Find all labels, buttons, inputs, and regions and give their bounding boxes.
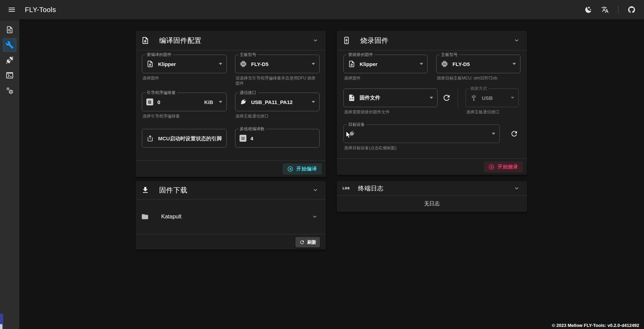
compile-card: 编译固件配置 要编译的固件 Klipper 选择固件 主板型号 FLY xyxy=(136,31,326,177)
moon-icon xyxy=(585,6,592,13)
compile-board-label: 主板型号 xyxy=(238,52,258,58)
wrench-icon xyxy=(6,41,14,49)
download-icon xyxy=(141,186,149,194)
sidebar-item-terminal[interactable] xyxy=(1,68,18,83)
firmware-file-refresh-button[interactable] xyxy=(440,92,453,104)
scrollbar-thumb[interactable] xyxy=(0,324,2,329)
compile-board-hint: 请选择无引导程序偏移量并且使用DFU 烧录固件 xyxy=(236,76,319,86)
file-cog-icon xyxy=(141,36,149,45)
menu-button[interactable] xyxy=(5,3,19,17)
numeric-icon: 12 xyxy=(240,135,246,142)
flash-board-value: FLY-D5 xyxy=(452,61,470,67)
firmware-file-icon xyxy=(146,60,154,68)
download-collapse-button[interactable] xyxy=(311,185,320,195)
firmware-file-icon xyxy=(348,60,355,68)
firmware-file-hint: 选择需要烧录的固件文件 xyxy=(344,110,437,115)
board-flash-icon xyxy=(342,36,351,45)
dropdown-caret-icon xyxy=(492,133,495,135)
comm-interface-hint: 选择主板通信接口 xyxy=(236,114,319,119)
footer-version-text: © 2023 Mellow FLY-Tools: v0.2.0-d412492 xyxy=(552,323,639,328)
download-refresh-button[interactable]: 刷新 xyxy=(295,237,320,247)
download-card-title: 固件下载 xyxy=(159,186,187,195)
flash-firmware-select[interactable]: 要烧录的固件 Klipper xyxy=(343,55,428,73)
compile-collapse-button[interactable] xyxy=(311,36,320,45)
bootloader-offset-hint: 选择引导程序偏移量 xyxy=(143,114,226,119)
download-item-label: Katapult xyxy=(161,214,182,220)
mcu-pin-field[interactable] xyxy=(142,129,227,148)
download-card: 固件下载 Katapult 刷新 xyxy=(136,181,326,250)
app-title: FLY-Tools xyxy=(25,6,56,14)
compile-firmware-hint: 选择固件 xyxy=(143,76,226,81)
flash-firmware-value: Klipper xyxy=(360,61,378,67)
flash-collapse-button[interactable] xyxy=(512,36,521,45)
file-code-icon xyxy=(348,94,355,102)
compile-firmware-select[interactable]: 要编译的固件 Klipper xyxy=(142,55,227,73)
dropdown-caret-icon xyxy=(513,63,516,65)
language-button[interactable] xyxy=(598,3,612,17)
flash-method-label: 烧录方式 xyxy=(469,86,488,92)
connection-icon xyxy=(6,56,14,64)
bootloader-offset-value: 0 xyxy=(157,99,160,105)
target-device-select[interactable]: 目标设备 xyxy=(343,124,500,143)
start-flash-button[interactable]: 开始烧录 xyxy=(484,161,523,172)
chevron-down-icon xyxy=(513,185,520,192)
folder-icon xyxy=(141,213,149,220)
plug-icon xyxy=(348,130,355,138)
start-compile-button[interactable]: 开始编译 xyxy=(283,163,322,175)
dropdown-caret-icon xyxy=(420,63,423,65)
log-collapse-button[interactable] xyxy=(512,184,521,193)
start-compile-label: 开始编译 xyxy=(296,166,317,172)
plug-icon xyxy=(240,98,247,106)
sidebar-item-settings[interactable] xyxy=(1,83,18,98)
app-bar: FLY-Tools xyxy=(0,0,644,19)
dark-mode-button[interactable] xyxy=(582,3,595,17)
comm-interface-value: USB_PA11_PA12 xyxy=(251,99,293,105)
chip-icon xyxy=(240,60,247,68)
bootloader-offset-select[interactable]: 引导程序偏移量 B 0 KiB xyxy=(142,93,227,111)
compile-board-value: FLY-D5 xyxy=(251,61,269,67)
usb-icon xyxy=(470,94,478,102)
dropdown-caret-icon xyxy=(219,101,222,103)
comm-interface-label: 通信接口 xyxy=(238,90,258,96)
dropdown-caret-icon xyxy=(430,97,433,99)
flash-card: 烧录固件 要烧录的固件 Klipper 选择固件 主板型号 FLY-D xyxy=(337,31,527,175)
threads-field[interactable]: 多线程编译数 12 4 xyxy=(235,129,320,148)
chip-icon xyxy=(441,60,448,68)
compile-board-select[interactable]: 主板型号 FLY-D5 xyxy=(235,55,320,73)
offset-unit-value: KiB xyxy=(204,99,213,105)
sidebar-item-firmware-search[interactable] xyxy=(1,22,18,37)
dropdown-caret-icon xyxy=(312,101,315,103)
comm-interface-select[interactable]: 通信接口 USB_PA11_PA12 xyxy=(235,93,320,111)
arrow-right-circle-icon xyxy=(488,164,495,170)
github-button[interactable] xyxy=(625,3,638,17)
sidebar-item-tools[interactable] xyxy=(1,37,18,53)
flash-method-value: USB xyxy=(482,95,493,101)
translate-icon xyxy=(601,6,609,13)
mcu-pin-input[interactable] xyxy=(158,135,222,141)
target-device-hint: 选择目标设备(点击右侧刷新) xyxy=(344,145,499,151)
download-refresh-label: 刷新 xyxy=(307,239,316,245)
refresh-icon xyxy=(299,239,305,245)
bootloader-offset-label: 引导程序偏移量 xyxy=(145,90,177,96)
flash-method-select[interactable]: 烧录方式 USB xyxy=(466,88,519,107)
sidebar xyxy=(0,19,19,329)
download-item-katapult[interactable]: Katapult xyxy=(136,199,326,234)
compile-firmware-label: 要编译的固件 xyxy=(145,52,173,58)
flash-card-title: 烧录固件 xyxy=(360,36,389,45)
firmware-file-select[interactable]: 固件文件 xyxy=(343,88,438,107)
target-device-refresh-button[interactable] xyxy=(508,128,520,140)
threads-value: 4 xyxy=(251,135,253,141)
dropdown-caret-icon xyxy=(219,63,222,65)
chevron-down-icon xyxy=(312,37,319,44)
github-icon xyxy=(627,6,636,14)
alpha-b-icon: B xyxy=(146,98,153,105)
file-search-icon xyxy=(6,26,14,34)
start-flash-label: 开始烧录 xyxy=(498,164,518,170)
flash-firmware-hint: 选择固件 xyxy=(344,76,427,81)
scrollbar[interactable] xyxy=(0,314,3,329)
flash-board-label: 主板型号 xyxy=(440,52,459,58)
sidebar-item-connection[interactable] xyxy=(1,53,18,68)
flash-board-select[interactable]: 主板型号 FLY-D5 xyxy=(436,55,520,73)
compile-card-title: 编译固件配置 xyxy=(159,36,202,45)
refresh-icon xyxy=(442,93,451,102)
